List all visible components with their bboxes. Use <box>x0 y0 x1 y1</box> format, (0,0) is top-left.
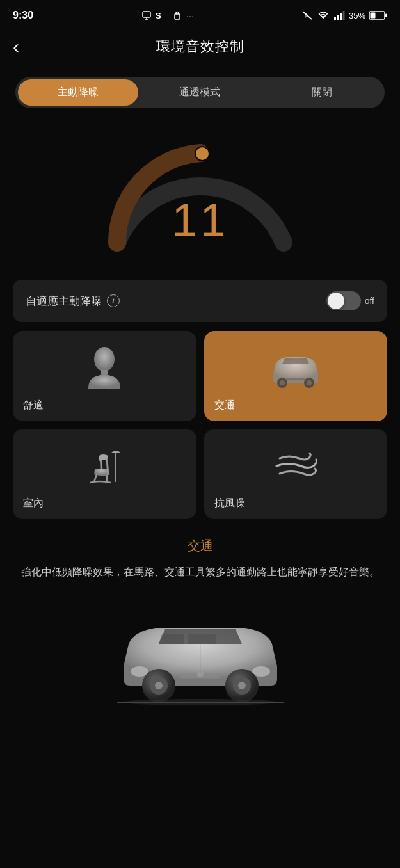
status-bar: 9:30 S ··· 35% <box>0 0 400 28</box>
mute-icon <box>301 10 313 20</box>
wind-label: 抗風噪 <box>214 497 245 510</box>
indoor-label: 室內 <box>23 497 44 510</box>
indoor-icon-container <box>23 440 186 492</box>
adaptive-label: 自適應主動降噪 i <box>26 294 120 309</box>
traffic-car-icon <box>267 346 324 390</box>
adaptive-toggle[interactable] <box>326 291 361 310</box>
tab-anc[interactable]: 主動降噪 <box>18 79 138 106</box>
svg-rect-7 <box>337 15 339 20</box>
svg-point-17 <box>280 380 285 385</box>
svg-point-31 <box>238 682 246 689</box>
comfort-label: 舒適 <box>23 399 44 412</box>
svg-point-24 <box>131 666 148 677</box>
toggle-off-label: off <box>365 296 374 306</box>
header: ‹ 環境音效控制 <box>0 28 400 65</box>
mode-card-indoor[interactable]: 室內 <box>13 429 196 519</box>
secure-icon <box>172 10 183 20</box>
mode-card-wind[interactable]: 抗風噪 <box>204 429 388 519</box>
svg-rect-6 <box>334 17 336 20</box>
tab-transparency[interactable]: 通透模式 <box>140 79 260 106</box>
svg-point-14 <box>94 347 115 371</box>
notification-icon <box>141 10 152 20</box>
comfort-icon-container <box>23 342 186 394</box>
description-section: 交通 強化中低頻降噪效果，在馬路、交通工具繁多的通勤路上也能寧靜享受好音樂。 <box>0 531 400 593</box>
traffic-icon-container <box>214 342 378 394</box>
status-center-icons: S ··· <box>141 10 195 21</box>
dial-section[interactable]: 11 <box>0 115 400 275</box>
status-time: 9:30 <box>13 10 33 21</box>
battery-icon <box>369 11 387 20</box>
svg-text:S: S <box>156 11 161 20</box>
svg-point-13 <box>195 147 209 161</box>
comfort-head-icon <box>79 342 130 394</box>
toggle-wrap[interactable]: off <box>326 291 374 310</box>
status-right-icons: 35% <box>301 10 387 20</box>
dial-container[interactable]: 11 <box>98 127 303 255</box>
samsung-icon: S <box>156 10 168 20</box>
page-title: 環境音效控制 <box>156 37 244 56</box>
toggle-knob <box>328 293 344 309</box>
description-text: 強化中低頻降噪效果，在馬路、交通工具繁多的通勤路上也能寧靜享受好音樂。 <box>19 563 381 581</box>
dial-value: 11 <box>172 194 228 246</box>
wifi-icon <box>317 10 330 20</box>
wind-icon-container <box>214 440 378 492</box>
svg-rect-0 <box>143 12 150 17</box>
back-button[interactable]: ‹ <box>13 37 19 56</box>
svg-rect-12 <box>385 14 387 17</box>
signal-icon <box>333 10 345 20</box>
svg-point-34 <box>124 699 277 705</box>
more-dots: ··· <box>186 10 195 21</box>
svg-point-25 <box>252 666 270 677</box>
svg-point-19 <box>307 380 312 385</box>
svg-rect-11 <box>370 13 375 19</box>
wind-noise-icon <box>270 440 321 492</box>
description-title: 交通 <box>19 537 381 554</box>
battery-text: 35% <box>349 11 365 20</box>
adaptive-row: 自適應主動降噪 i off <box>13 280 387 322</box>
bottom-car-svg <box>111 602 290 705</box>
tab-off[interactable]: 關閉 <box>262 79 382 106</box>
car-illustration <box>0 593 400 724</box>
svg-rect-9 <box>342 11 344 20</box>
traffic-label: 交通 <box>214 399 235 412</box>
svg-rect-4 <box>175 14 180 19</box>
mode-card-traffic[interactable]: 交通 <box>204 331 388 421</box>
mode-grid: 舒適 <box>13 331 387 519</box>
svg-rect-15 <box>101 370 108 375</box>
svg-rect-20 <box>286 378 305 380</box>
svg-point-28 <box>155 682 163 689</box>
svg-rect-8 <box>340 13 342 20</box>
mode-card-comfort[interactable]: 舒適 <box>13 331 196 421</box>
mode-tabs: 主動降噪 通透模式 關閉 <box>15 77 385 108</box>
info-icon[interactable]: i <box>107 294 120 307</box>
indoor-chair-icon <box>79 440 130 492</box>
